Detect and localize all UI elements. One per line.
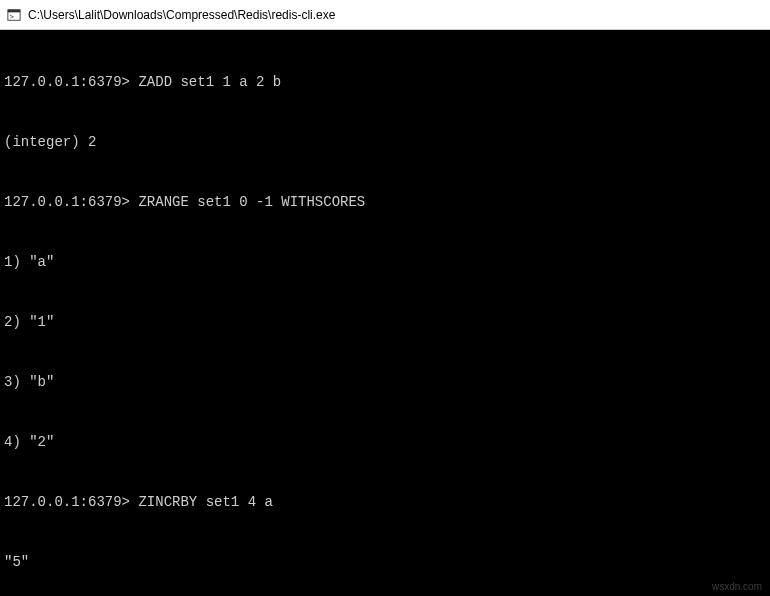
- app-icon: >: [6, 7, 22, 23]
- terminal-line: 127.0.0.1:6379> ZINCRBY set1 4 a: [4, 492, 766, 512]
- terminal-line: (integer) 2: [4, 132, 766, 152]
- terminal-line: 1) "a": [4, 252, 766, 272]
- watermark: wsxdn.com: [712, 581, 762, 592]
- terminal-output[interactable]: 127.0.0.1:6379> ZADD set1 1 a 2 b (integ…: [0, 30, 770, 596]
- terminal-line: "5": [4, 552, 766, 572]
- terminal-line: 127.0.0.1:6379> ZRANGE set1 0 -1 WITHSCO…: [4, 192, 766, 212]
- title-bar: > C:\Users\Lalit\Downloads\Compressed\Re…: [0, 0, 770, 30]
- terminal-line: 2) "1": [4, 312, 766, 332]
- svg-text:>: >: [10, 12, 14, 20]
- terminal-line: 3) "b": [4, 372, 766, 392]
- terminal-line: 127.0.0.1:6379> ZADD set1 1 a 2 b: [4, 72, 766, 92]
- terminal-line: 4) "2": [4, 432, 766, 452]
- window-title: C:\Users\Lalit\Downloads\Compressed\Redi…: [28, 8, 335, 22]
